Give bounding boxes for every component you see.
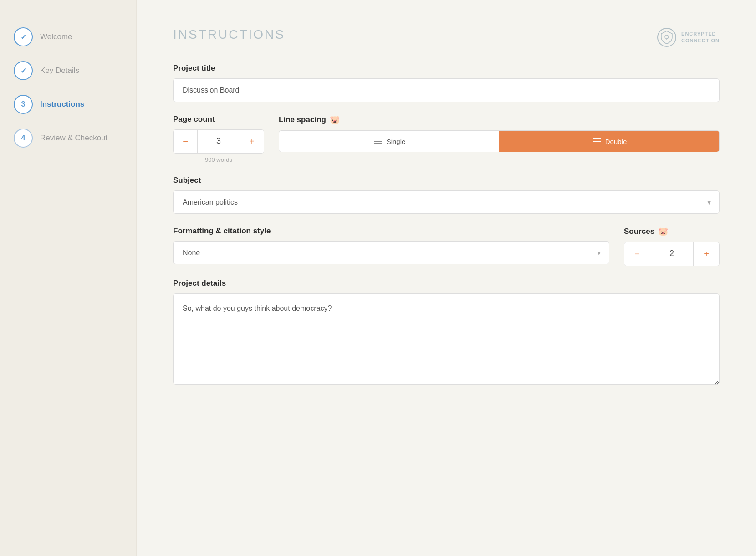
- page-count-words: 900 words: [173, 156, 264, 163]
- encrypted-text: ENCRYPTED CONNECTION: [681, 31, 720, 45]
- page-title: INSTRUCTIONS: [173, 27, 285, 42]
- page-count-line-spacing-row: Page count − 3 + 900 words Line spacing …: [173, 115, 720, 163]
- checkmark-welcome: ✓: [20, 33, 26, 41]
- line-spacing-section: Line spacing 🐷 Single: [279, 115, 720, 152]
- step-circle-review-checkout: 4: [14, 129, 33, 148]
- line-spacing-toggle: Single Double: [279, 130, 720, 152]
- checkmark-key-details: ✓: [20, 67, 26, 75]
- project-title-section: Project title: [173, 64, 720, 102]
- encrypted-badge: ENCRYPTED CONNECTION: [657, 27, 720, 47]
- sidebar-label-instructions: Instructions: [40, 100, 84, 109]
- single-spacing-label: Single: [387, 138, 406, 145]
- sources-increase-button[interactable]: +: [694, 242, 719, 266]
- sources-minus-icon: −: [634, 249, 640, 259]
- sources-stepper: − 2 +: [624, 242, 720, 266]
- sidebar: ✓ Welcome ✓ Key Details 3 Instructions 4…: [0, 0, 137, 556]
- formatting-sources-row: Formatting & citation style None APA MLA…: [173, 227, 720, 266]
- page-count-stepper: − 3 +: [173, 129, 264, 154]
- sidebar-label-welcome: Welcome: [40, 32, 72, 41]
- sources-label: Sources 🐷: [624, 227, 720, 237]
- subject-select-wrapper: American politics History Science Mathem…: [173, 190, 720, 214]
- page-count-label: Page count: [173, 115, 264, 124]
- sources-plus-icon: +: [704, 249, 709, 259]
- step-number-instructions: 3: [21, 100, 26, 108]
- double-spacing-button[interactable]: Double: [499, 131, 719, 152]
- project-details-label: Project details: [173, 279, 720, 288]
- minus-icon: −: [183, 136, 188, 147]
- single-spacing-button[interactable]: Single: [279, 131, 499, 152]
- line-spacing-label: Line spacing 🐷: [279, 115, 720, 125]
- plus-icon: +: [249, 136, 255, 147]
- single-spacing-icon: [373, 137, 383, 145]
- double-spacing-icon: [592, 137, 602, 145]
- page-header: INSTRUCTIONS ENCRYPTED CONNECTION: [173, 27, 720, 47]
- sidebar-label-review-checkout: Review & Checkout: [40, 134, 107, 143]
- shield-icon: [657, 27, 677, 47]
- project-title-label: Project title: [173, 64, 720, 73]
- step-circle-instructions: 3: [14, 95, 33, 114]
- sidebar-item-key-details[interactable]: ✓ Key Details: [14, 61, 123, 80]
- project-details-textarea[interactable]: So, what do you guys think about democra…: [173, 293, 720, 385]
- svg-point-1: [665, 35, 669, 39]
- step-number-review-checkout: 4: [21, 134, 26, 142]
- sources-value: 2: [650, 242, 694, 266]
- project-title-input[interactable]: [173, 78, 720, 102]
- subject-label: Subject: [173, 176, 720, 185]
- piggy-bank-sources-icon: 🐷: [658, 227, 668, 237]
- page-count-value: 3: [197, 130, 240, 153]
- main-content: INSTRUCTIONS ENCRYPTED CONNECTION Projec…: [137, 0, 756, 556]
- subject-select[interactable]: American politics History Science Mathem…: [173, 190, 720, 214]
- page-count-section: Page count − 3 + 900 words: [173, 115, 264, 163]
- double-spacing-label: Double: [605, 138, 627, 145]
- sidebar-item-instructions[interactable]: 3 Instructions: [14, 95, 123, 114]
- subject-section: Subject American politics History Scienc…: [173, 176, 720, 214]
- page-count-decrease-button[interactable]: −: [174, 130, 197, 153]
- sidebar-item-welcome[interactable]: ✓ Welcome: [14, 27, 123, 46]
- formatting-label: Formatting & citation style: [173, 227, 609, 236]
- page-count-increase-button[interactable]: +: [240, 130, 264, 153]
- formatting-section: Formatting & citation style None APA MLA…: [173, 227, 609, 264]
- step-circle-key-details: ✓: [14, 61, 33, 80]
- formatting-select[interactable]: None APA MLA Chicago Harvard: [173, 241, 609, 264]
- sources-section: Sources 🐷 − 2 +: [624, 227, 720, 266]
- sidebar-item-review-checkout[interactable]: 4 Review & Checkout: [14, 129, 123, 148]
- piggy-bank-line-spacing-icon: 🐷: [330, 115, 340, 125]
- project-details-section: Project details So, what do you guys thi…: [173, 279, 720, 386]
- sources-decrease-button[interactable]: −: [624, 242, 650, 266]
- formatting-select-wrapper: None APA MLA Chicago Harvard ▼: [173, 241, 609, 264]
- sidebar-label-key-details: Key Details: [40, 66, 79, 75]
- step-circle-welcome: ✓: [14, 27, 33, 46]
